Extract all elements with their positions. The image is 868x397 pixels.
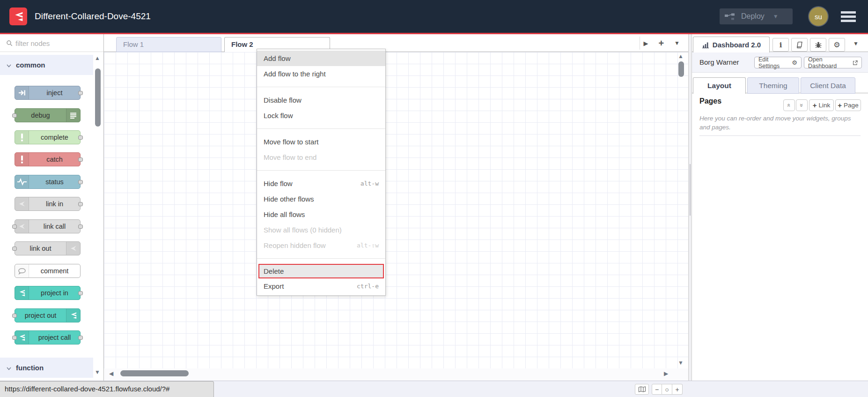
edit-settings-button[interactable]: Edit Settings ⚙ bbox=[754, 57, 802, 68]
add-flow-icon[interactable]: + bbox=[658, 38, 664, 49]
menu-item-delete[interactable]: Delete bbox=[258, 264, 384, 278]
palette-node-complete[interactable]: complete bbox=[15, 130, 81, 144]
palette-node-inject[interactable]: inject bbox=[15, 86, 81, 100]
menu-item-label: Hide flow bbox=[264, 180, 293, 187]
link-icon bbox=[15, 197, 29, 210]
zoom-in-button[interactable]: + bbox=[672, 384, 683, 395]
menu-item-move-flow-to-start[interactable]: Move flow to start bbox=[257, 134, 385, 150]
palette-node-project-in[interactable]: project in bbox=[15, 286, 81, 300]
open-dashboard-label: Open Dashboard bbox=[808, 56, 850, 69]
user-avatar[interactable]: su bbox=[809, 7, 828, 26]
palette-node-project-call[interactable]: project call bbox=[15, 330, 81, 345]
open-dashboard-button[interactable]: Open Dashboard bbox=[804, 57, 862, 68]
pages-help-text: Here you can re-order and move your widg… bbox=[699, 114, 861, 132]
next-tab-icon[interactable]: ▶ bbox=[643, 40, 648, 47]
palette-node-label: project in bbox=[29, 286, 80, 300]
menu-item-hide-other-flows[interactable]: Hide other flows bbox=[257, 191, 385, 207]
palette-node-comment[interactable]: comment bbox=[15, 264, 81, 278]
menu-item-hide-flow[interactable]: Hide flowalt-w bbox=[257, 176, 385, 191]
menu-item-label: Hide other flows bbox=[264, 195, 314, 203]
menu-item-move-flow-to-end: Move flow to end bbox=[257, 150, 385, 165]
tab-client-data-label: Client Data bbox=[810, 82, 846, 90]
sidebar-caret-icon[interactable]: ▼ bbox=[853, 40, 859, 47]
sidebar-splitter[interactable] bbox=[688, 34, 692, 397]
menu-item-label: Reopen hidden flow bbox=[264, 241, 326, 249]
deploy-button[interactable]: Deploy ▼ bbox=[720, 8, 793, 24]
palette-node-catch[interactable]: catch bbox=[15, 152, 81, 166]
node-port-left[interactable] bbox=[12, 314, 17, 318]
bar-chart-icon bbox=[702, 42, 709, 48]
palette-node-link-out[interactable]: link out bbox=[15, 241, 81, 255]
external-link-icon bbox=[853, 60, 858, 66]
menu-item-lock-flow[interactable]: Lock flow bbox=[257, 108, 385, 123]
menu-item-export[interactable]: Exportctrl-e bbox=[257, 278, 385, 294]
palette-scroll-up-icon[interactable]: ▲ bbox=[95, 55, 100, 61]
flow-tabbar: Flow 1 Flow 2 ▶ + ▼ bbox=[104, 34, 688, 52]
node-port-right[interactable] bbox=[78, 157, 83, 162]
menu-item-label: Lock flow bbox=[264, 112, 293, 120]
tab-layout[interactable]: Layout bbox=[693, 77, 746, 94]
comment-icon bbox=[15, 264, 29, 277]
menu-item-label: Delete bbox=[264, 267, 284, 275]
node-port-right[interactable] bbox=[78, 291, 83, 295]
palette-node-label: comment bbox=[29, 264, 80, 277]
info-icon[interactable]: i bbox=[772, 38, 789, 52]
menu-item-add-flow-to-the-right[interactable]: Add flow to the right bbox=[257, 66, 385, 82]
add-link-button[interactable]: +Link bbox=[809, 99, 834, 111]
node-port-right[interactable] bbox=[78, 180, 83, 184]
main-menu-icon[interactable] bbox=[841, 11, 856, 22]
menu-item-disable-flow[interactable]: Disable flow bbox=[257, 92, 385, 108]
menu-item-label: Disable flow bbox=[264, 96, 302, 104]
tab-client-data[interactable]: Client Data bbox=[801, 77, 855, 94]
flow-canvas[interactable] bbox=[104, 52, 688, 368]
flowfuse-logo-icon bbox=[9, 7, 27, 25]
zoom-reset-button[interactable]: ○ bbox=[662, 384, 672, 395]
search-icon bbox=[6, 40, 13, 46]
navigator-map-button[interactable] bbox=[635, 384, 649, 395]
bug-icon[interactable] bbox=[810, 38, 826, 52]
node-port-left[interactable] bbox=[12, 225, 17, 229]
canvas-vscrollbar-thumb[interactable] bbox=[678, 61, 684, 77]
node-port-left[interactable] bbox=[12, 336, 17, 340]
palette-node-label: link in bbox=[29, 197, 80, 210]
node-port-left[interactable] bbox=[12, 247, 17, 251]
browser-status-url: https://different-collared-dove-4521.flo… bbox=[0, 381, 214, 397]
palette-node-status[interactable]: status bbox=[15, 175, 81, 189]
palette-node-debug[interactable]: debug bbox=[15, 108, 81, 122]
deploy-caret-icon[interactable]: ▼ bbox=[773, 13, 779, 20]
canvas-scroll-right-icon[interactable]: ▶ bbox=[664, 371, 668, 376]
add-page-button[interactable]: +Page bbox=[835, 99, 861, 111]
palette-scroll-down-icon[interactable]: ▼ bbox=[95, 369, 100, 375]
book-icon[interactable] bbox=[791, 38, 808, 52]
palette-section-common[interactable]: common bbox=[0, 55, 93, 75]
tab-dashboard-2[interactable]: Dashboard 2.0 bbox=[693, 37, 770, 52]
canvas-scroll-left-icon[interactable]: ◀ bbox=[109, 371, 113, 376]
tab-list-caret-icon[interactable]: ▼ bbox=[674, 40, 680, 46]
edit-settings-label: Edit Settings bbox=[758, 56, 789, 69]
gear-icon[interactable]: ⚙ bbox=[829, 38, 845, 52]
move-up-button[interactable]: « bbox=[783, 99, 795, 111]
canvas-scroll-down-icon[interactable]: ▼ bbox=[678, 360, 684, 366]
node-port-right[interactable] bbox=[78, 91, 83, 95]
zoom-out-button[interactable]: − bbox=[652, 384, 662, 395]
tab-theming[interactable]: Theming bbox=[747, 77, 799, 94]
palette-scrollbar-thumb[interactable] bbox=[95, 68, 101, 127]
node-port-right[interactable] bbox=[78, 202, 83, 206]
canvas-hscrollbar-thumb[interactable] bbox=[120, 370, 189, 376]
canvas-scroll-up-icon[interactable]: ▲ bbox=[678, 53, 684, 59]
node-port-right[interactable] bbox=[78, 225, 83, 229]
node-port-right[interactable] bbox=[78, 336, 83, 340]
menu-item-hide-all-flows[interactable]: Hide all flows bbox=[257, 207, 385, 222]
palette-node-link-in[interactable]: link in bbox=[15, 197, 81, 211]
palette-node-link-call[interactable]: link call bbox=[15, 219, 81, 233]
filter-nodes-input[interactable] bbox=[15, 37, 86, 50]
node-port-left[interactable] bbox=[12, 113, 17, 118]
plus-icon: + bbox=[813, 101, 817, 109]
flowfuse-icon bbox=[15, 286, 29, 300]
palette-section-function[interactable]: function bbox=[0, 358, 93, 378]
menu-item-add-flow[interactable]: Add flow bbox=[257, 51, 385, 66]
move-down-button[interactable]: » bbox=[796, 99, 808, 111]
tab-flow-1[interactable]: Flow 1 bbox=[116, 37, 221, 52]
palette-node-project-out[interactable]: project out bbox=[15, 308, 81, 322]
node-port-right[interactable] bbox=[78, 135, 83, 140]
